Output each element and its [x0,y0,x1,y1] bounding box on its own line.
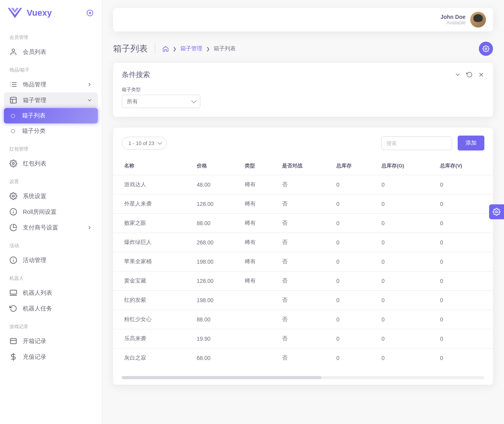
pager-dropdown[interactable]: 1 - 10 of 23 [122,137,167,150]
column-header[interactable]: 总库存(V) [435,157,493,175]
refresh-icon[interactable] [466,72,473,78]
pie-icon [9,224,17,231]
table-row[interactable]: 苹果全家桶198.00稀有否000 [113,252,493,272]
close-icon[interactable] [478,72,484,78]
table-cell: 否 [277,349,332,368]
table-scroll[interactable]: 名称价格类型是否对战总库存总库存(G)总库存(V) 游戏达人48.00稀有否00… [113,157,493,369]
refresh-icon [9,305,17,312]
table-cell [240,291,277,310]
column-header[interactable]: 总库存(G) [377,157,435,175]
table-cell: 0 [435,291,493,310]
settings-dropdown-button[interactable] [479,42,493,56]
table-row[interactable]: 粉红少女心88.00否000 [113,310,493,329]
sidebar-item[interactable]: 机器人列表 [4,285,98,301]
brand[interactable]: Vuexy [8,8,52,18]
column-header[interactable]: 价格 [192,157,240,175]
svg-point-12 [13,163,15,165]
table-cell: 红的发紫 [113,291,192,310]
sidebar-item[interactable]: 系统设置 [4,188,98,204]
sidebar-item[interactable]: 会员列表 [4,44,98,60]
gear-icon [482,45,489,52]
table-cell: 0 [377,272,435,291]
column-header[interactable]: 是否对战 [277,157,332,175]
column-header[interactable]: 总库存 [332,157,377,175]
table-row[interactable]: 爆炸绿巨人268.00稀有否000 [113,233,493,252]
chevron-right-icon: ❯ [206,46,210,51]
chevron-down-icon[interactable] [455,72,461,78]
breadcrumb-link[interactable]: 箱子管理 [180,45,202,52]
table-row[interactable]: 外星人来袭128.00稀有否000 [113,195,493,214]
table-cell: 稀有 [240,233,277,252]
table-cell: 稀有 [240,175,277,195]
sidebar-item[interactable]: 箱子管理 [4,92,98,108]
table-cell: 败家之眼 [113,214,192,233]
table-cell: 否 [277,214,332,233]
sidebar-item[interactable]: 机器人任务 [4,301,98,316]
svg-point-28 [496,211,498,213]
info-icon [9,208,17,216]
sidebar-item-label: 红包列表 [23,160,46,167]
sidebar-item[interactable]: Roll房间设置 [4,204,98,220]
sidebar-item-label: 饰品管理 [23,81,46,88]
table-cell: 否 [277,175,332,195]
table-cell [240,329,277,349]
horizontal-scrollbar[interactable] [122,376,484,379]
table-row[interactable]: 灰白之寂68.00否000 [113,349,493,368]
table-row[interactable]: 游戏达人48.00稀有否000 [113,175,493,195]
table-cell: 0 [332,233,377,252]
sidebar-item-label: 开箱记录 [23,338,46,345]
table-cell: 0 [435,233,493,252]
table-cell: 0 [435,329,493,349]
column-header[interactable]: 名称 [113,157,192,175]
circle-icon [11,129,15,133]
svg-point-1 [89,12,91,14]
sidebar-item[interactable]: 充值记录 [4,349,98,365]
sidebar-item[interactable]: 活动管理 [4,252,98,268]
sidebar-item[interactable]: 开箱记录 [4,333,98,349]
sidebar-item[interactable]: 饰品管理 [4,77,98,92]
table-cell: 0 [435,272,493,291]
table-cell: 0 [435,252,493,272]
table-cell: 0 [377,310,435,329]
table-cell: 0 [332,195,377,214]
table-cell: 0 [435,175,493,195]
table-row[interactable]: 乐高来袭19.90否000 [113,329,493,349]
table-cell: 0 [435,310,493,329]
table-row[interactable]: 黄金宝藏128.00稀有否000 [113,272,493,291]
table-cell: 否 [277,195,332,214]
table-row[interactable]: 红的发紫198.00否000 [113,291,493,310]
box-type-select[interactable]: 所有 [122,95,200,108]
user-menu[interactable]: John Doe Available [440,12,486,28]
filter-card: 条件搜索 箱子类型 所有 [113,63,493,117]
column-header[interactable]: 类型 [240,157,277,175]
svg-point-2 [12,49,15,52]
sidebar-item[interactable]: 红包列表 [4,156,98,171]
table-cell: 否 [277,329,332,349]
table-cell: 268.00 [192,233,240,252]
pin-toggle-icon[interactable] [86,9,94,17]
breadcrumb: ❯ 箱子管理 ❯ 箱子列表 [162,45,236,52]
table-cell: 0 [332,310,377,329]
gear-icon [493,208,500,216]
home-icon[interactable] [162,46,169,52]
nav-group-title: 饰品/箱子 [4,60,98,77]
filter-card-title: 条件搜索 [122,70,150,79]
sidebar-subitem[interactable]: 箱子列表 [4,108,98,123]
table-cell: 68.00 [192,349,240,368]
theme-customizer-button[interactable] [489,204,504,219]
sidebar-item-label: 机器人任务 [23,305,52,312]
sidebar-item-label: 会员列表 [23,48,46,56]
search-input[interactable] [381,136,452,150]
svg-rect-22 [11,338,16,343]
list-icon [9,81,17,88]
table-cell: 稀有 [240,272,277,291]
table-row[interactable]: 败家之眼88.00稀有否000 [113,214,493,233]
table-cell: 0 [435,349,493,368]
sidebar-item[interactable]: 支付商号设置 [4,220,98,235]
sidebar-subitem[interactable]: 箱子分类 [4,123,98,139]
table-cell: 否 [277,272,332,291]
add-button[interactable]: 添加 [458,136,484,151]
gear-icon [9,192,17,200]
table-cell: 乐高来袭 [113,329,192,349]
svg-point-13 [13,195,15,197]
